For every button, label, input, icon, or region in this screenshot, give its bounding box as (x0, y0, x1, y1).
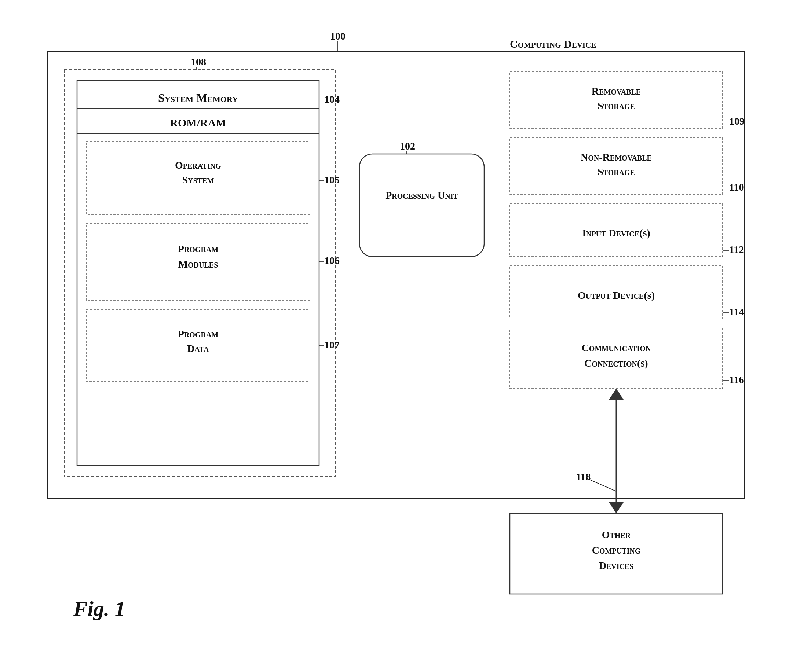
diagram-container: Computing Device 100 108 System Memory R… (0, 0, 793, 672)
